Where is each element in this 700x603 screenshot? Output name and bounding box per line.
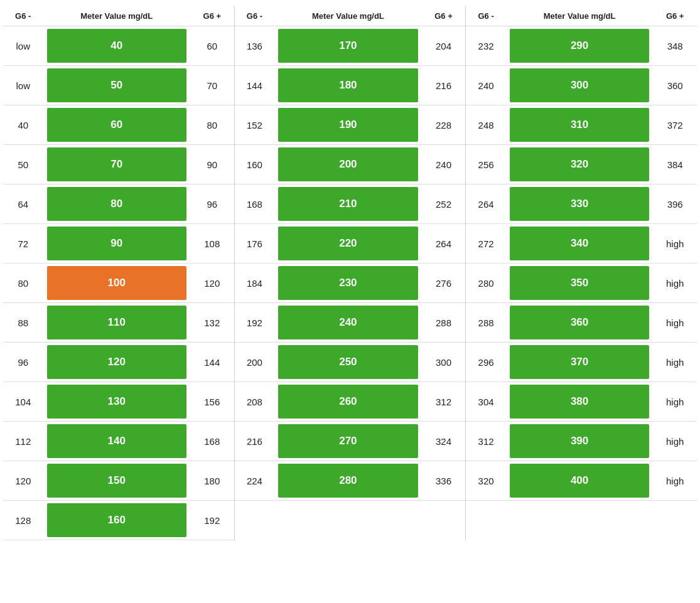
cell-meter: 260 xyxy=(274,382,421,422)
table-row: 288360high xyxy=(466,303,697,343)
table3-header-g6plus: G6 + xyxy=(653,6,697,26)
cell-g6plus: 240 xyxy=(422,145,466,184)
cell-g6plus: 96 xyxy=(190,184,234,224)
table-row: low4060 xyxy=(3,26,234,66)
cell-g6plus: high xyxy=(653,382,697,422)
table-row: 320400high xyxy=(466,461,697,501)
cell-meter: 330 xyxy=(506,184,653,224)
cell-g6plus: 180 xyxy=(190,461,234,501)
cell-meter: 80 xyxy=(43,184,190,224)
table-row: low5070 xyxy=(3,66,234,105)
table-row: 136170204 xyxy=(235,26,466,66)
cell-g6plus: 216 xyxy=(422,66,466,105)
table-3: G6 - Meter Value mg/dL G6 + 232290348240… xyxy=(466,6,697,501)
table-row: 184230276 xyxy=(235,264,466,303)
cell-g6plus: 108 xyxy=(190,224,234,264)
cell-meter: 140 xyxy=(43,422,190,461)
table2-header-g6minus: G6 - xyxy=(235,6,275,26)
cell-g6minus: 312 xyxy=(466,422,506,461)
cell-g6minus: 72 xyxy=(3,224,43,264)
cell-g6minus: 208 xyxy=(235,382,275,422)
table-row: 80100120 xyxy=(3,264,234,303)
cell-g6minus: 192 xyxy=(235,303,275,343)
cell-g6minus: 112 xyxy=(3,422,43,461)
cell-g6plus: 360 xyxy=(653,66,697,105)
table-row: 200250300 xyxy=(235,343,466,382)
cell-meter: 150 xyxy=(43,461,190,501)
cell-g6minus: 168 xyxy=(235,184,275,224)
table-row: 248310372 xyxy=(466,105,697,145)
cell-meter: 170 xyxy=(274,26,421,66)
table-row: 272340high xyxy=(466,224,697,264)
table-row: 208260312 xyxy=(235,382,466,422)
table-row: 88110132 xyxy=(3,303,234,343)
cell-g6plus: 276 xyxy=(422,264,466,303)
table-section-1: G6 - Meter Value mg/dL G6 + low4060low50… xyxy=(3,6,235,540)
cell-meter: 350 xyxy=(506,264,653,303)
table-row: 256320384 xyxy=(466,145,697,184)
table3-header-g6minus: G6 - xyxy=(466,6,506,26)
cell-g6minus: 256 xyxy=(466,145,506,184)
cell-meter: 340 xyxy=(506,224,653,264)
cell-meter: 50 xyxy=(43,66,190,105)
table-2: G6 - Meter Value mg/dL G6 + 136170204144… xyxy=(235,6,466,501)
cell-meter: 40 xyxy=(43,26,190,66)
cell-g6minus: 128 xyxy=(3,501,43,540)
cell-g6plus: high xyxy=(653,303,697,343)
cell-g6minus: 96 xyxy=(3,343,43,382)
cell-meter: 250 xyxy=(274,343,421,382)
page-container: G6 - Meter Value mg/dL G6 + low4060low50… xyxy=(0,0,700,547)
table-row: 224280336 xyxy=(235,461,466,501)
cell-meter: 360 xyxy=(506,303,653,343)
cell-g6minus: 320 xyxy=(466,461,506,501)
cell-g6plus: 264 xyxy=(422,224,466,264)
cell-g6minus: 152 xyxy=(235,105,275,145)
cell-g6plus: 312 xyxy=(422,382,466,422)
cell-g6plus: 192 xyxy=(190,501,234,540)
cell-g6plus: 144 xyxy=(190,343,234,382)
cell-g6minus: 224 xyxy=(235,461,275,501)
cell-g6plus: 132 xyxy=(190,303,234,343)
cell-g6minus: 160 xyxy=(235,145,275,184)
cell-meter: 400 xyxy=(506,461,653,501)
cell-g6minus: 120 xyxy=(3,461,43,501)
cell-meter: 230 xyxy=(274,264,421,303)
cell-meter: 70 xyxy=(43,145,190,184)
cell-g6minus: low xyxy=(3,26,43,66)
cell-meter: 320 xyxy=(506,145,653,184)
cell-g6plus: 60 xyxy=(190,26,234,66)
cell-g6plus: 228 xyxy=(422,105,466,145)
cell-g6plus: 324 xyxy=(422,422,466,461)
table-row: 648096 xyxy=(3,184,234,224)
cell-g6plus: 384 xyxy=(653,145,697,184)
table-row: 507090 xyxy=(3,145,234,184)
cell-meter: 290 xyxy=(506,26,653,66)
table-row: 296370high xyxy=(466,343,697,382)
cell-g6minus: 264 xyxy=(466,184,506,224)
table1-header-meter: Meter Value mg/dL xyxy=(43,6,190,26)
table-row: 104130156 xyxy=(3,382,234,422)
cell-g6minus: 288 xyxy=(466,303,506,343)
cell-g6minus: 144 xyxy=(235,66,275,105)
table-row: 144180216 xyxy=(235,66,466,105)
cell-meter: 180 xyxy=(274,66,421,105)
table-row: 240300360 xyxy=(466,66,697,105)
cell-g6plus: 70 xyxy=(190,66,234,105)
cell-g6minus: 272 xyxy=(466,224,506,264)
cell-g6plus: 396 xyxy=(653,184,697,224)
cell-g6plus: 300 xyxy=(422,343,466,382)
cell-g6minus: 184 xyxy=(235,264,275,303)
table-row: 112140168 xyxy=(3,422,234,461)
table1-header-g6minus: G6 - xyxy=(3,6,43,26)
cell-g6plus: 80 xyxy=(190,105,234,145)
cell-g6plus: 372 xyxy=(653,105,697,145)
cell-meter: 120 xyxy=(43,343,190,382)
table-row: 160200240 xyxy=(235,145,466,184)
table-row: 120150180 xyxy=(3,461,234,501)
cell-meter: 270 xyxy=(274,422,421,461)
cell-meter: 130 xyxy=(43,382,190,422)
table-row: 128160192 xyxy=(3,501,234,540)
cell-meter: 160 xyxy=(43,501,190,540)
cell-g6plus: 156 xyxy=(190,382,234,422)
cell-meter: 300 xyxy=(506,66,653,105)
